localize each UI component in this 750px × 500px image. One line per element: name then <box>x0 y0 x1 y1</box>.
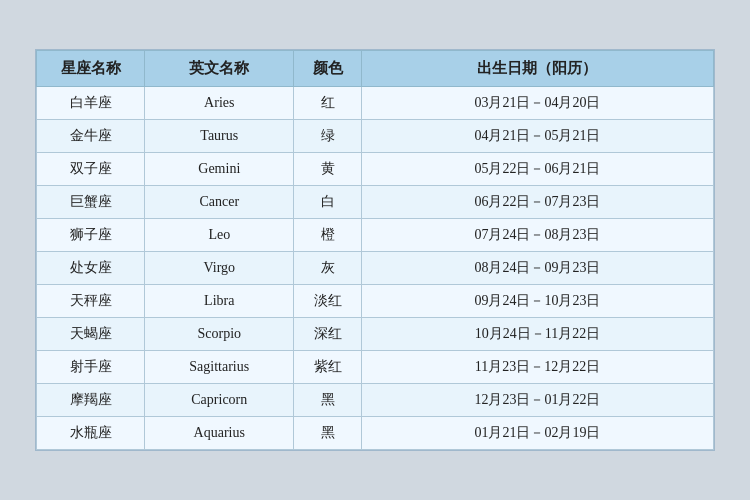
cell-english: Sagittarius <box>145 351 294 384</box>
cell-color: 白 <box>294 186 362 219</box>
cell-english: Leo <box>145 219 294 252</box>
table-row: 天蝎座Scorpio深红10月24日－11月22日 <box>37 318 714 351</box>
cell-color: 黑 <box>294 417 362 450</box>
cell-english: Aquarius <box>145 417 294 450</box>
cell-date: 04月21日－05月21日 <box>361 120 713 153</box>
cell-english: Libra <box>145 285 294 318</box>
cell-color: 淡红 <box>294 285 362 318</box>
cell-date: 10月24日－11月22日 <box>361 318 713 351</box>
cell-date: 03月21日－04月20日 <box>361 87 713 120</box>
table-header-row: 星座名称 英文名称 颜色 出生日期（阳历） <box>37 51 714 87</box>
cell-date: 11月23日－12月22日 <box>361 351 713 384</box>
cell-chinese: 天秤座 <box>37 285 145 318</box>
table-row: 白羊座Aries红03月21日－04月20日 <box>37 87 714 120</box>
cell-color: 灰 <box>294 252 362 285</box>
cell-color: 橙 <box>294 219 362 252</box>
cell-chinese: 天蝎座 <box>37 318 145 351</box>
cell-date: 08月24日－09月23日 <box>361 252 713 285</box>
header-date: 出生日期（阳历） <box>361 51 713 87</box>
header-chinese: 星座名称 <box>37 51 145 87</box>
cell-english: Gemini <box>145 153 294 186</box>
cell-date: 12月23日－01月22日 <box>361 384 713 417</box>
cell-english: Aries <box>145 87 294 120</box>
cell-color: 绿 <box>294 120 362 153</box>
cell-color: 黄 <box>294 153 362 186</box>
table-row: 巨蟹座Cancer白06月22日－07月23日 <box>37 186 714 219</box>
table-row: 水瓶座Aquarius黑01月21日－02月19日 <box>37 417 714 450</box>
cell-english: Capricorn <box>145 384 294 417</box>
cell-chinese: 处女座 <box>37 252 145 285</box>
cell-color: 紫红 <box>294 351 362 384</box>
table-row: 金牛座Taurus绿04月21日－05月21日 <box>37 120 714 153</box>
cell-date: 06月22日－07月23日 <box>361 186 713 219</box>
cell-color: 黑 <box>294 384 362 417</box>
zodiac-table: 星座名称 英文名称 颜色 出生日期（阳历） 白羊座Aries红03月21日－04… <box>36 50 714 450</box>
cell-english: Cancer <box>145 186 294 219</box>
cell-date: 07月24日－08月23日 <box>361 219 713 252</box>
cell-chinese: 金牛座 <box>37 120 145 153</box>
cell-date: 01月21日－02月19日 <box>361 417 713 450</box>
cell-chinese: 水瓶座 <box>37 417 145 450</box>
table-row: 双子座Gemini黄05月22日－06月21日 <box>37 153 714 186</box>
table-row: 狮子座Leo橙07月24日－08月23日 <box>37 219 714 252</box>
zodiac-table-container: 星座名称 英文名称 颜色 出生日期（阳历） 白羊座Aries红03月21日－04… <box>35 49 715 451</box>
cell-color: 深红 <box>294 318 362 351</box>
cell-chinese: 摩羯座 <box>37 384 145 417</box>
cell-chinese: 射手座 <box>37 351 145 384</box>
table-row: 摩羯座Capricorn黑12月23日－01月22日 <box>37 384 714 417</box>
cell-english: Taurus <box>145 120 294 153</box>
table-row: 天秤座Libra淡红09月24日－10月23日 <box>37 285 714 318</box>
cell-chinese: 白羊座 <box>37 87 145 120</box>
cell-date: 09月24日－10月23日 <box>361 285 713 318</box>
cell-chinese: 双子座 <box>37 153 145 186</box>
cell-date: 05月22日－06月21日 <box>361 153 713 186</box>
cell-color: 红 <box>294 87 362 120</box>
header-color: 颜色 <box>294 51 362 87</box>
cell-english: Scorpio <box>145 318 294 351</box>
cell-chinese: 狮子座 <box>37 219 145 252</box>
cell-english: Virgo <box>145 252 294 285</box>
header-english: 英文名称 <box>145 51 294 87</box>
cell-chinese: 巨蟹座 <box>37 186 145 219</box>
table-row: 处女座Virgo灰08月24日－09月23日 <box>37 252 714 285</box>
table-row: 射手座Sagittarius紫红11月23日－12月22日 <box>37 351 714 384</box>
